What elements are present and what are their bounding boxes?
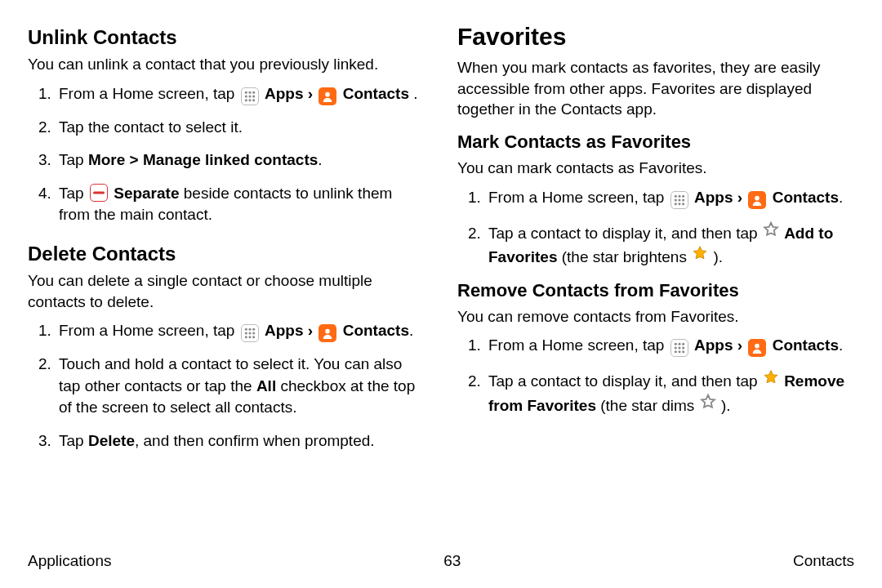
svg-point-35 <box>682 347 684 350</box>
apps-icon <box>241 87 259 105</box>
right-column: Favorites When you mark contacts as favo… <box>457 23 854 464</box>
svg-point-2 <box>252 91 255 93</box>
text: . <box>318 151 322 168</box>
apps-label: Apps <box>694 189 733 206</box>
text-bold: Delete <box>88 432 135 449</box>
svg-point-28 <box>682 203 684 205</box>
chevron-right-icon: › <box>308 85 318 102</box>
svg-point-14 <box>248 332 251 335</box>
contacts-label: Contacts <box>343 85 409 102</box>
apps-icon <box>670 191 688 209</box>
list-item: From a Home screen, tap Apps › Contacts. <box>485 187 854 209</box>
svg-point-21 <box>678 194 680 197</box>
star-outline-icon <box>699 397 721 414</box>
text: From a Home screen, tap <box>59 85 239 102</box>
svg-point-20 <box>675 194 677 197</box>
star-filled-icon <box>762 372 784 390</box>
mark-steps: From a Home screen, tap Apps › Contacts.… <box>457 187 854 269</box>
text: From a Home screen, tap <box>488 336 669 354</box>
svg-point-29 <box>755 195 760 200</box>
svg-point-13 <box>245 332 247 335</box>
svg-point-27 <box>678 203 680 205</box>
contacts-label: Contacts <box>773 336 839 354</box>
text: Tap a contact to display it, and then ta… <box>488 225 762 242</box>
text: From a Home screen, tap <box>59 322 239 339</box>
svg-point-11 <box>248 328 251 331</box>
contacts-icon <box>748 191 766 209</box>
text: . <box>413 85 417 102</box>
text: . <box>409 322 413 339</box>
svg-point-33 <box>675 347 677 350</box>
footer-center: 63 <box>443 552 461 570</box>
page-footer: Applications 63 Contacts <box>28 552 854 570</box>
heading-remove: Remove Contacts from Favorites <box>457 280 854 301</box>
svg-point-26 <box>675 203 677 205</box>
list-item: From a Home screen, tap Apps › Contacts. <box>485 335 854 357</box>
heading-mark: Mark Contacts as Favorites <box>457 131 854 153</box>
svg-point-34 <box>678 347 680 350</box>
text: . <box>839 189 843 206</box>
svg-point-1 <box>248 91 251 93</box>
svg-point-8 <box>252 99 255 101</box>
list-item: Tap the contact to select it. <box>56 117 425 139</box>
heading-delete: Delete Contacts <box>28 243 425 265</box>
svg-point-10 <box>245 328 247 331</box>
svg-point-23 <box>675 198 677 201</box>
svg-point-22 <box>682 194 684 197</box>
intro-delete: You can delete a single contact or choos… <box>28 270 425 312</box>
text: ). <box>713 248 723 265</box>
intro-mark: You can mark contacts as Favorites. <box>457 158 854 179</box>
svg-point-9 <box>326 92 331 97</box>
svg-point-24 <box>678 198 680 201</box>
separate-icon <box>90 184 108 202</box>
chevron-right-icon: › <box>308 322 318 339</box>
contacts-icon <box>318 324 336 342</box>
list-item: From a Home screen, tap Apps › Contacts … <box>56 83 425 105</box>
intro-unlink: You can unlink a contact that you previo… <box>28 54 425 75</box>
apps-label: Apps <box>694 336 733 354</box>
remove-steps: From a Home screen, tap Apps › Contacts.… <box>457 335 854 416</box>
svg-point-19 <box>326 329 331 334</box>
text: beside contacts to unlink them from the … <box>59 185 392 224</box>
svg-point-37 <box>678 351 680 354</box>
text: Tap <box>59 432 88 449</box>
list-item: Tap a contact to display it, and then ta… <box>485 220 854 269</box>
svg-point-30 <box>675 343 677 345</box>
text: , and then confirm when prompted. <box>135 432 375 449</box>
apps-label: Apps <box>265 85 304 102</box>
contacts-icon <box>318 87 336 105</box>
text: (the star brightens <box>562 248 691 265</box>
intro-favorites: When you mark contacts as favorites, the… <box>457 57 854 120</box>
text-bold: All <box>256 377 276 394</box>
star-filled-icon <box>691 248 713 265</box>
list-item: From a Home screen, tap Apps › Contacts. <box>56 320 425 342</box>
svg-point-6 <box>245 99 247 101</box>
contacts-label: Contacts <box>343 322 409 339</box>
text-bold: More > Manage linked contacts <box>88 151 318 168</box>
text-bold: Separate <box>114 185 179 202</box>
svg-point-18 <box>252 336 255 338</box>
text: ). <box>721 397 731 414</box>
svg-point-17 <box>248 336 251 338</box>
text: . <box>839 336 843 354</box>
list-item: Tap More > Manage linked contacts. <box>56 149 425 172</box>
list-item: Tap Separate beside contacts to unlink t… <box>56 183 425 226</box>
text: From a Home screen, tap <box>488 189 669 206</box>
chevron-right-icon: › <box>737 189 747 206</box>
svg-point-7 <box>248 99 251 101</box>
heading-favorites: Favorites <box>457 23 854 51</box>
svg-point-16 <box>245 336 247 338</box>
contacts-icon <box>748 339 766 357</box>
svg-point-12 <box>252 328 255 331</box>
text: Tap <box>59 151 88 168</box>
unlink-steps: From a Home screen, tap Apps › Contacts … <box>28 83 425 226</box>
svg-point-3 <box>245 95 247 97</box>
contacts-label: Contacts <box>773 189 839 206</box>
left-column: Unlink Contacts You can unlink a contact… <box>28 23 425 464</box>
svg-point-0 <box>245 91 247 93</box>
text: Tap a contact to display it, and then ta… <box>488 372 762 390</box>
apps-icon <box>670 339 688 357</box>
text: Tap <box>59 185 88 202</box>
svg-point-31 <box>678 343 680 345</box>
apps-icon <box>241 324 259 342</box>
